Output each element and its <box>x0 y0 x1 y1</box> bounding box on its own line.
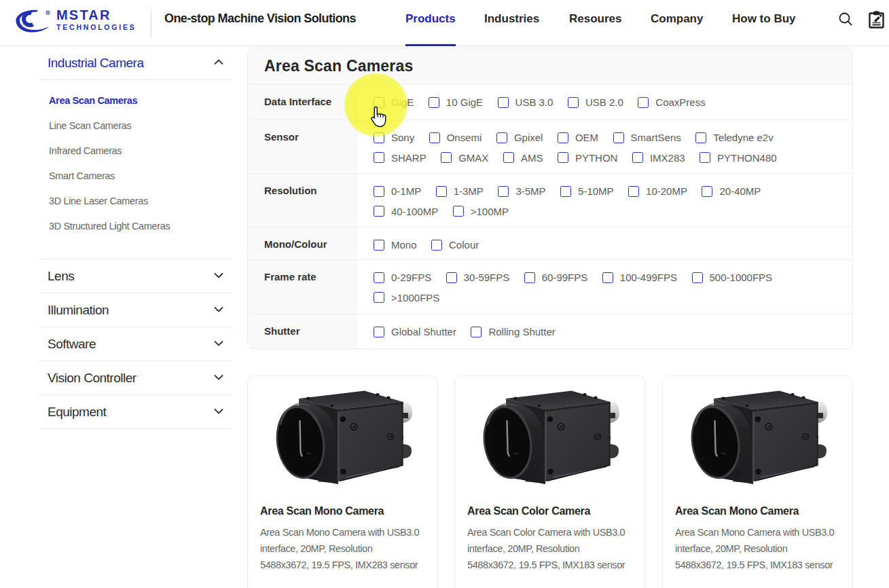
svg-text:R: R <box>46 11 49 15</box>
